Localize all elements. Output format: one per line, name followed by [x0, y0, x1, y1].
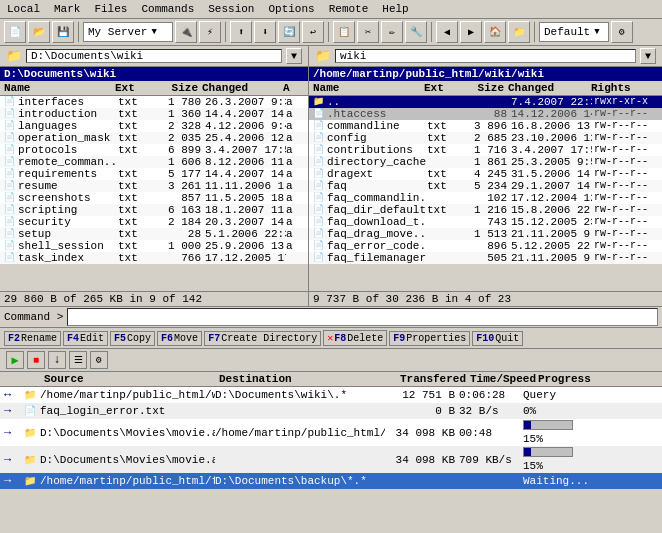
- left-path-display[interactable]: D:\Documents\wiki: [26, 49, 282, 63]
- right-file-row[interactable]: 📄faq_drag_move...1 51321.11.2005 9:38:48…: [309, 228, 662, 240]
- ops-row[interactable]: →📁D:\Documents\Movies\movie.avi34 098 KB…: [0, 446, 662, 473]
- right-file-row[interactable]: 📄directory_cache...1 86125.3.2005 9:56:4…: [309, 156, 662, 168]
- toolbar-btn-upload[interactable]: ⬆: [230, 21, 252, 43]
- file-name: faq_download_t...: [327, 216, 427, 228]
- right-path-display[interactable]: wiki: [335, 49, 636, 63]
- fn-quit[interactable]: F10 Quit: [472, 331, 523, 346]
- ops-arrow: ↔: [4, 388, 24, 402]
- left-file-row[interactable]: 📄shell_sessiontxt1 00025.9.2006 13:40:06…: [0, 240, 308, 252]
- menu-local[interactable]: Local: [4, 2, 43, 16]
- right-file-row[interactable]: 📄commandlinetxt3 89616.8.2006 13:00:22rw…: [309, 120, 662, 132]
- right-file-row[interactable]: 📄faq_download_t...74315.12.2005 23:10:..…: [309, 216, 662, 228]
- file-changed: 31.5.2006 14:43:29: [507, 168, 592, 180]
- right-file-row[interactable]: 📄faq_filemanager...50521.11.2005 9:44:28…: [309, 252, 662, 264]
- left-file-row[interactable]: 📄resumetxt3 26111.11.2006 1:33:56a: [0, 180, 308, 192]
- left-col-name[interactable]: Name: [0, 82, 115, 94]
- right-file-row[interactable]: 📁..7.4.2007 22:34:12rwxr-xr-x: [309, 96, 662, 108]
- ops-row[interactable]: →📄faq_login_error.txt0 B32 B/s0%: [0, 403, 662, 419]
- server-dropdown[interactable]: My Server ▼: [83, 22, 173, 42]
- ops-list-btn[interactable]: ☰: [69, 351, 87, 369]
- left-panel-path: D:\Documents\wiki: [4, 68, 116, 80]
- left-panel-content[interactable]: 📄interfacestxt1 78026.3.2007 9:33:08a📄in…: [0, 96, 308, 291]
- fn-delete[interactable]: ✕ F8 Delete: [323, 330, 387, 346]
- ops-row[interactable]: →📁D:\Documents\Movies\movie.avi/home/mar…: [0, 419, 662, 446]
- toolbar-btn-settings[interactable]: ⚙: [611, 21, 633, 43]
- toolbar-btn-props[interactable]: 🔧: [405, 21, 427, 43]
- ops-down-btn[interactable]: ↓: [48, 351, 66, 369]
- toolbar-btn-new[interactable]: 📄: [4, 21, 26, 43]
- toolbar-btn-fwd[interactable]: ▶: [460, 21, 482, 43]
- right-file-row[interactable]: 📄.htaccess8814.12.2006 14:56:21rw-r--r--: [309, 108, 662, 120]
- file-panels: D:\Documents\wiki Name Ext Size Changed …: [0, 67, 662, 307]
- file-name: faq_drag_move...: [327, 228, 427, 240]
- toolbar-btn-save[interactable]: 💾: [52, 21, 74, 43]
- fn-edit[interactable]: F4 Edit: [63, 331, 108, 346]
- right-file-row[interactable]: 📄faq_dir_defaulttxt1 21615.8.2006 22:25:…: [309, 204, 662, 216]
- left-col-changed[interactable]: Changed: [198, 82, 283, 94]
- left-file-row[interactable]: 📄languagestxt2 3284.12.2006 9:46:06a: [0, 120, 308, 132]
- toolbar-btn-refresh[interactable]: ↩: [302, 21, 324, 43]
- toolbar-btn-connect[interactable]: 🔌: [175, 21, 197, 43]
- toolbar-btn-up[interactable]: 🏠: [484, 21, 506, 43]
- left-file-row[interactable]: 📄setuptxt285.1.2006 22:38:28a: [0, 228, 308, 240]
- toolbar-btn-edit[interactable]: ✏: [381, 21, 403, 43]
- file-name: introduction: [18, 108, 118, 120]
- toolbar-btn-delete[interactable]: ✂: [357, 21, 379, 43]
- left-col-ext[interactable]: Ext: [115, 82, 150, 94]
- fn-move[interactable]: F6 Move: [157, 331, 202, 346]
- menu-mark[interactable]: Mark: [51, 2, 83, 16]
- right-col-name[interactable]: Name: [309, 82, 424, 94]
- left-file-row[interactable]: 📄task_indextxt76617.12.2005 17:2...: [0, 252, 308, 264]
- toolbar-btn-back[interactable]: ◀: [436, 21, 458, 43]
- left-path-browse-btn[interactable]: ▼: [286, 48, 302, 64]
- toolbar-btn-open[interactable]: 📂: [28, 21, 50, 43]
- toolbar-btn-disconnect[interactable]: ⚡: [199, 21, 221, 43]
- right-file-row[interactable]: 📄faq_commandlin...10217.12.2004 12:45:..…: [309, 192, 662, 204]
- left-file-row[interactable]: 📄requirementstxt5 17714.4.2007 14:15:14a: [0, 168, 308, 180]
- ops-play-btn[interactable]: ▶: [6, 351, 24, 369]
- right-file-row[interactable]: 📄faqtxt5 23429.1.2007 14:30:26rw-r--r--: [309, 180, 662, 192]
- left-file-row[interactable]: 📄screenshotstxt85711.5.2005 18:59:54a: [0, 192, 308, 204]
- toolbar-btn-copy-path[interactable]: 📋: [333, 21, 355, 43]
- right-col-size[interactable]: Size: [459, 82, 504, 94]
- menu-options[interactable]: Options: [265, 2, 317, 16]
- command-input[interactable]: [67, 308, 658, 326]
- left-col-attr[interactable]: A: [283, 82, 298, 94]
- left-file-row[interactable]: 📄introductiontxt1 36014.4.2007 14:38:20a: [0, 108, 308, 120]
- ops-settings-btn[interactable]: ⚙: [90, 351, 108, 369]
- left-file-row[interactable]: 📄remote_comman...1 6068.12.2006 11:58:46…: [0, 156, 308, 168]
- right-col-changed[interactable]: Changed: [504, 82, 589, 94]
- menu-help[interactable]: Help: [379, 2, 411, 16]
- ops-stop-btn[interactable]: ■: [27, 351, 45, 369]
- left-file-row[interactable]: 📄interfacestxt1 78026.3.2007 9:33:08a: [0, 96, 308, 108]
- menu-commands[interactable]: Commands: [138, 2, 197, 16]
- right-file-row[interactable]: 📄configtxt2 68523.10.2006 12:18:...rw-r-…: [309, 132, 662, 144]
- right-path-browse-btn[interactable]: ▼: [640, 48, 656, 64]
- left-file-row[interactable]: 📄scriptingtxt6 16318.1.2007 11:32:28a: [0, 204, 308, 216]
- right-file-row[interactable]: 📄dragexttxt4 24531.5.2006 14:43:29rw-r--…: [309, 168, 662, 180]
- left-file-row[interactable]: 📄protocolstxt6 8993.4.2007 17:50:38a: [0, 144, 308, 156]
- menu-files[interactable]: Files: [91, 2, 130, 16]
- toolbar-btn-sync[interactable]: 🔄: [278, 21, 300, 43]
- fn-properties[interactable]: F9 Properties: [389, 331, 470, 346]
- file-changed: 20.3.2007 14:21:09: [201, 216, 286, 228]
- right-file-row[interactable]: 📄contributionstxt1 7163.4.2007 17:59:12r…: [309, 144, 662, 156]
- fn-copy[interactable]: F5 Copy: [110, 331, 155, 346]
- right-col-ext[interactable]: Ext: [424, 82, 459, 94]
- profile-dropdown[interactable]: Default ▼: [539, 22, 609, 42]
- left-file-row[interactable]: 📄operation_masktxt2 03525.4.2006 12:35:4…: [0, 132, 308, 144]
- right-file-row[interactable]: 📄faq_error_code...8965.12.2005 22:55:04r…: [309, 240, 662, 252]
- ops-row[interactable]: →📁/home/martinp/public_html/forum/D:\Doc…: [0, 473, 662, 489]
- menu-remote[interactable]: Remote: [326, 2, 372, 16]
- left-col-size[interactable]: Size: [150, 82, 198, 94]
- fn-rename[interactable]: F2 Rename: [4, 331, 61, 346]
- toolbar-btn-download[interactable]: ⬇: [254, 21, 276, 43]
- fn-create-dir[interactable]: F7 Create Directory: [204, 331, 321, 346]
- right-panel-content[interactable]: 📁..7.4.2007 22:34:12rwxr-xr-x📄.htaccess8…: [309, 96, 662, 291]
- right-col-rights[interactable]: Rights: [589, 82, 654, 94]
- left-file-row[interactable]: 📄securitytxt2 18420.3.2007 14:21:09a: [0, 216, 308, 228]
- toolbar-btn-goto[interactable]: 📁: [508, 21, 530, 43]
- menu-session[interactable]: Session: [205, 2, 257, 16]
- fn-move-label: Move: [174, 333, 198, 344]
- ops-row[interactable]: ↔📁/home/martinp/public_html/wiki/D:\Docu…: [0, 387, 662, 403]
